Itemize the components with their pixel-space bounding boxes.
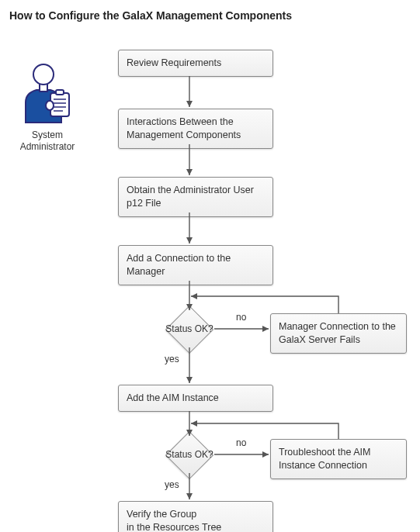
label-no-1: no: [236, 312, 246, 323]
step-add-conn-l2: Manager: [127, 266, 165, 277]
actor-role-1: System: [32, 130, 63, 140]
actor: System Administrator: [12, 59, 82, 153]
flowchart: System Administrator Review Requirements…: [9, 36, 411, 532]
step-add-aim: Add the AIM Instance: [118, 385, 273, 412]
step-fail-conn: Manager Connection to the GalaX Server F…: [270, 313, 407, 354]
step-add-conn: Add a Connection to the Manager: [118, 245, 273, 285]
label-no-2: no: [236, 437, 246, 448]
step-add-aim-text: Add the AIM Instance: [127, 392, 219, 403]
step-verify-l1: Verify the Group: [127, 509, 196, 520]
label-yes-1: yes: [165, 354, 179, 364]
label-yes-2: yes: [165, 479, 179, 490]
step-verify: Verify the Group in the Resources Tree: [118, 501, 273, 532]
step-troubleshoot: Troubleshoot the AIM Instance Connection: [270, 439, 407, 479]
step-interactions-l1: Interactions Between the: [127, 116, 234, 127]
step-troubleshoot-l1: Troubleshoot the AIM: [279, 447, 370, 458]
step-obtain-l2: p12 File: [127, 198, 161, 209]
step-review: Review Requirements: [118, 50, 273, 77]
svg-point-8: [46, 101, 54, 110]
decision-status-2-label: Status OK?: [155, 433, 224, 476]
system-administrator-icon: [19, 59, 75, 124]
step-fail-conn-l1: Manager Connection to the: [279, 321, 396, 332]
decision-status-2: Status OK?: [155, 433, 224, 476]
step-interactions-l2: Management Components: [127, 130, 241, 140]
actor-label: System Administrator: [12, 130, 82, 153]
actor-role-2: Administrator: [20, 141, 75, 152]
step-review-text: Review Requirements: [127, 57, 221, 68]
page-title: How to Configure the GalaX Management Co…: [9, 9, 411, 22]
step-obtain-l1: Obtain the Administrator User: [127, 185, 254, 195]
step-interactions: Interactions Between the Management Comp…: [118, 109, 273, 149]
decision-status-1: Status OK?: [155, 307, 224, 351]
svg-point-1: [33, 64, 54, 85]
step-add-conn-l1: Add a Connection to the: [127, 253, 231, 264]
step-troubleshoot-l2: Instance Connection: [279, 460, 367, 471]
step-verify-l2: in the Resources Tree: [127, 522, 221, 532]
step-fail-conn-l2: GalaX Server Fails: [279, 334, 360, 345]
step-obtain: Obtain the Administrator User p12 File: [118, 177, 273, 217]
decision-status-1-label: Status OK?: [155, 307, 224, 351]
svg-rect-3: [56, 90, 64, 95]
